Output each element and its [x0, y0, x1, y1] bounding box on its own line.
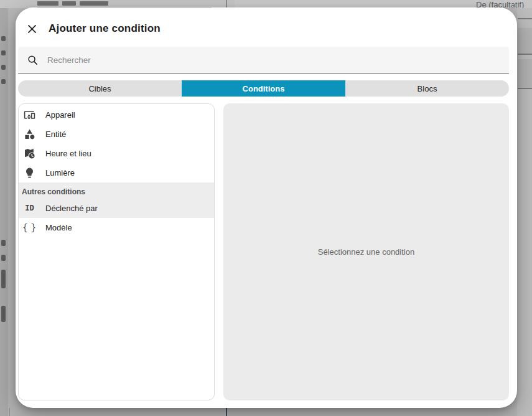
dialog-content: Appareil Entité Heure et lieu Lumière Au…: [18, 103, 509, 400]
braces-icon: { }: [24, 222, 35, 234]
background-mark: [1, 50, 6, 55]
background-field-fragment: [518, 59, 532, 89]
background-line: [9, 408, 10, 416]
background-column-divider: [226, 408, 227, 416]
background-line: [518, 18, 532, 19]
background-text-fragment: [80, 1, 108, 6]
condition-list-panel: Appareil Entité Heure et lieu Lumière Au…: [18, 103, 215, 400]
lightbulb-icon: [24, 167, 35, 179]
background-left-strip: [0, 8, 8, 416]
background-text-fragment: [62, 1, 76, 6]
detail-placeholder-text: Sélectionnez une condition: [318, 247, 414, 257]
search-icon: [27, 54, 39, 66]
tab-conditions[interactable]: Conditions: [182, 80, 345, 97]
search-field[interactable]: [18, 47, 509, 74]
map-clock-icon: [24, 148, 35, 159]
background-mark: [1, 255, 6, 261]
background-mark: [1, 306, 6, 322]
dialog-header: Ajouter une condition: [16, 7, 517, 41]
tab-bar: Cibles Conditions Blocs: [18, 80, 509, 97]
list-item-heure-et-lieu[interactable]: Heure et lieu: [19, 144, 214, 163]
background-text-fragment: [37, 1, 58, 6]
search-input[interactable]: [47, 55, 500, 65]
condition-detail-panel: Sélectionnez une condition: [223, 103, 509, 400]
list-item-declenche-par[interactable]: ID Déclenché par: [19, 199, 214, 218]
dialog-title: Ajouter une condition: [49, 22, 161, 35]
close-icon[interactable]: [24, 21, 39, 36]
add-condition-dialog: Ajouter une condition Cibles Conditions …: [16, 7, 517, 408]
tab-blocs[interactable]: Blocs: [345, 80, 509, 97]
background-field-fragment: [518, 28, 532, 55]
list-item-modele[interactable]: { } Modèle: [19, 218, 214, 237]
section-header-autres-conditions: Autres conditions: [19, 182, 214, 199]
background-right-strip: [517, 8, 532, 416]
background-mark: [1, 270, 6, 288]
background-mark: [1, 79, 6, 84]
tab-cibles[interactable]: Cibles: [18, 80, 182, 97]
background-mark: [1, 65, 6, 70]
background-mark: [1, 36, 6, 41]
shapes-icon: [24, 128, 35, 140]
list-item-appareil[interactable]: Appareil: [19, 105, 214, 125]
background-mark: [1, 240, 6, 246]
list-item-lumiere[interactable]: Lumière: [19, 163, 214, 182]
id-icon: ID: [24, 202, 35, 214]
list-item-entite[interactable]: Entité: [19, 125, 214, 144]
devices-icon: [24, 109, 35, 121]
